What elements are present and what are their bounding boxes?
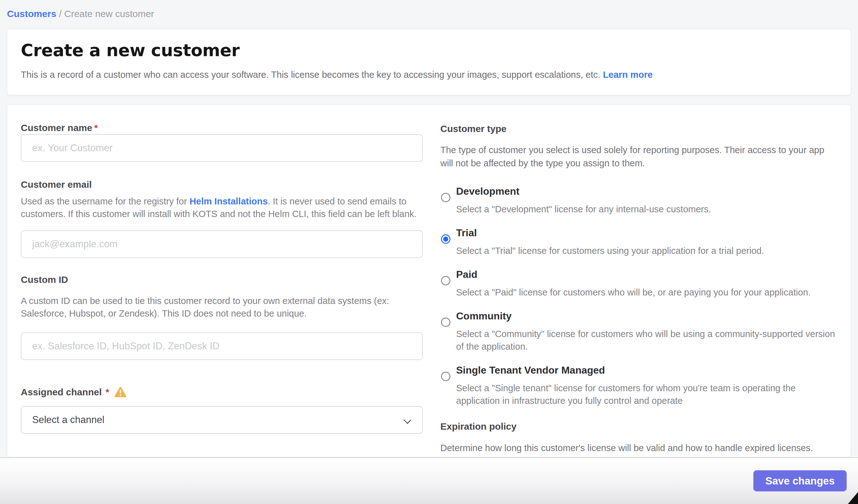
- assigned-channel-selected-value: Select a channel: [32, 414, 104, 426]
- form-left-column: Customer name* Customer email Used as th…: [21, 123, 423, 434]
- page-title: Create a new customer: [21, 40, 837, 60]
- customer-name-input[interactable]: [21, 134, 423, 162]
- save-changes-button[interactable]: Save changes: [753, 470, 847, 491]
- customer-email-description: Used as the username for the registry fo…: [21, 195, 423, 220]
- option-trial[interactable]: Trial Select a "Trial" license for custo…: [440, 227, 839, 257]
- assigned-channel-select[interactable]: Select a channel: [21, 406, 423, 434]
- custom-id-label: Custom ID: [21, 274, 423, 285]
- helm-installations-link[interactable]: Helm Installations: [189, 196, 268, 206]
- custom-id-input[interactable]: [21, 332, 423, 360]
- customer-type-options: Development Select a "Development" licen…: [440, 185, 839, 407]
- option-community[interactable]: Community Select a "Community" license f…: [440, 310, 839, 353]
- option-single-tenant-label: Single Tenant Vendor Managed: [456, 364, 839, 376]
- footer-bar: Save changes: [0, 457, 858, 504]
- header-description-text: This is a record of a customer who can a…: [21, 70, 603, 80]
- header-card: Create a new customer This is a record o…: [7, 29, 851, 95]
- customer-email-label: Customer email: [21, 179, 423, 190]
- learn-more-link[interactable]: Learn more: [603, 70, 653, 80]
- warning-triangle-icon: [114, 387, 127, 398]
- option-trial-label: Trial: [456, 227, 839, 239]
- header-description: This is a record of a customer who can a…: [21, 68, 837, 81]
- assigned-channel-label-text: Assigned channel: [21, 386, 102, 399]
- form-card: Customer name* Customer email Used as th…: [7, 104, 851, 457]
- breadcrumb: Customers / Create new customer: [7, 8, 154, 19]
- breadcrumb-current: / Create new customer: [57, 9, 154, 19]
- required-asterisk: *: [92, 123, 98, 133]
- customer-type-heading: Customer type: [440, 123, 839, 134]
- customer-type-description: The type of customer you select is used …: [440, 143, 839, 170]
- required-asterisk: *: [104, 386, 109, 399]
- expiration-policy-description: Determine how long this customer's licen…: [440, 442, 839, 454]
- radio-single-tenant[interactable]: [441, 372, 450, 381]
- customer-email-input[interactable]: [21, 230, 423, 258]
- option-community-label: Community: [456, 310, 839, 322]
- form-right-column: Customer type The type of customer you s…: [440, 123, 839, 454]
- option-paid-desc: Select a "Paid" license for customers wh…: [456, 286, 839, 298]
- custom-id-description: A custom ID can be used to tie this cust…: [21, 294, 423, 320]
- option-development-label: Development: [456, 185, 839, 197]
- radio-development[interactable]: [441, 193, 450, 202]
- breadcrumb-customers-link[interactable]: Customers: [7, 9, 57, 19]
- option-development-desc: Select a "Development" license for any i…: [456, 203, 839, 215]
- expiration-policy-heading: Expiration policy: [440, 421, 839, 432]
- radio-community[interactable]: [441, 318, 450, 327]
- customer-name-label-text: Customer name: [21, 123, 92, 133]
- email-desc-pre: Used as the username for the registry fo…: [21, 196, 189, 206]
- chevron-down-icon: [403, 417, 411, 424]
- customer-name-label: Customer name*: [21, 123, 423, 133]
- radio-trial[interactable]: [441, 234, 450, 244]
- option-development[interactable]: Development Select a "Development" licen…: [440, 185, 839, 215]
- radio-paid[interactable]: [441, 276, 450, 286]
- option-paid[interactable]: Paid Select a "Paid" license for custome…: [440, 269, 839, 298]
- option-single-tenant[interactable]: Single Tenant Vendor Managed Select a "S…: [440, 364, 839, 407]
- assigned-channel-label: Assigned channel*: [21, 386, 423, 399]
- option-paid-label: Paid: [456, 269, 839, 280]
- option-trial-desc: Select a "Trial" license for customers u…: [456, 244, 839, 257]
- option-community-desc: Select a "Community" license for custome…: [456, 328, 839, 353]
- option-single-tenant-desc: Select a "Single tenant" license for cus…: [456, 382, 839, 407]
